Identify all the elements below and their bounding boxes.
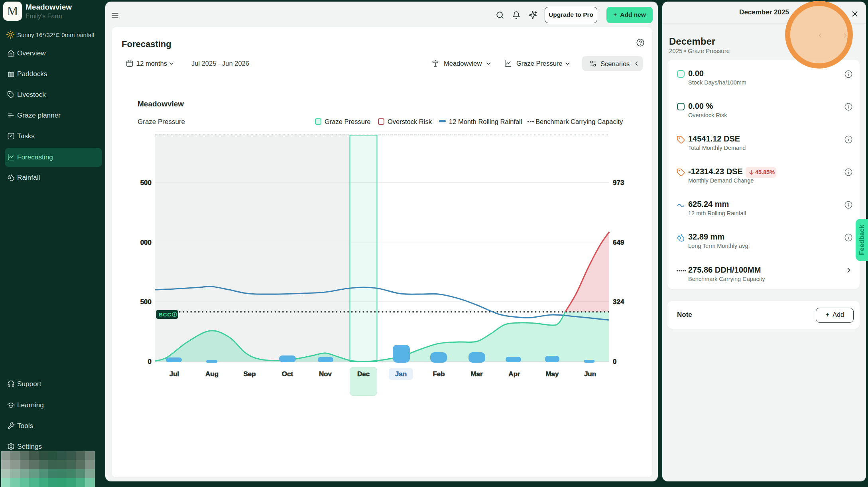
svg-text:Dec: Dec	[357, 370, 370, 378]
svg-text:Mar: Mar	[470, 370, 483, 378]
svg-text:500: 500	[140, 298, 152, 306]
svg-text:500: 500	[140, 179, 152, 187]
svg-text:973: 973	[613, 179, 624, 187]
svg-text:Jun: Jun	[584, 370, 596, 378]
svg-text:Apr: Apr	[508, 370, 520, 378]
svg-text:Feb: Feb	[433, 370, 445, 378]
svg-text:324: 324	[613, 298, 624, 306]
svg-text:Nov: Nov	[319, 370, 332, 378]
svg-text:649: 649	[613, 239, 624, 246]
svg-text:000: 000	[140, 239, 152, 246]
svg-text:Jul: Jul	[169, 370, 179, 378]
svg-text:BCC: BCC	[159, 312, 171, 318]
svg-text:Aug: Aug	[205, 370, 218, 378]
svg-text:Sep: Sep	[243, 370, 256, 378]
svg-text:May: May	[545, 370, 559, 378]
svg-text:Jan: Jan	[395, 370, 407, 378]
svg-text:0: 0	[148, 358, 152, 365]
svg-text:0: 0	[613, 358, 616, 365]
svg-text:Oct: Oct	[282, 370, 293, 378]
